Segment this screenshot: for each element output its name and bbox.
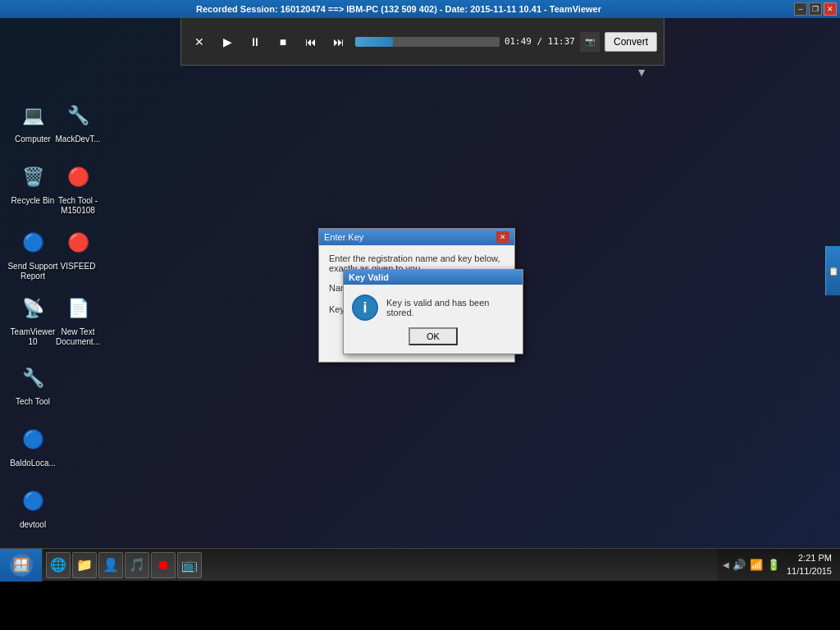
icon-label-newtextdoc: New Text Document... <box>52 327 103 347</box>
sidebar-icon: 📋 <box>829 266 838 276</box>
icon-label-techtool: Tech Tool - M150108 <box>52 196 103 216</box>
system-tray: ◀ 🔊 📶 🔋 2:21 PM 11/11/2015 <box>718 549 840 581</box>
icon-label-visfeed: VISFEED <box>61 262 96 272</box>
record-icon: ⏺ <box>157 558 170 573</box>
taskbar: 🪟 🌐 📁 👤 🎵 ⏺ 📺 ◀ 🔊 📶 <box>0 548 840 581</box>
restore-button[interactable]: ❐ <box>809 2 822 16</box>
icon-label-recycle: Recycle Bin <box>11 196 55 206</box>
clock-date: 11/11/2015 <box>787 565 832 578</box>
explorer-icon: 📁 <box>76 557 93 573</box>
key-valid-title-text: Key Valid <box>349 272 389 282</box>
icon-image-computer: 💻 <box>16 99 49 132</box>
icon-label-mackdev: MackDevT... <box>55 135 100 144</box>
desktop-icon-newtextdoc[interactable]: 📄 New Text Document... <box>49 289 107 350</box>
enter-key-title: Enter Key <box>324 232 363 242</box>
system-clock: 2:21 PM 11/11/2015 <box>783 552 835 578</box>
taskbar-explorer[interactable]: 📁 <box>72 552 97 578</box>
tray-network[interactable]: 📶 <box>749 558 764 573</box>
desktop-icon-mackdev[interactable]: 🔧 MackDevT... <box>49 96 107 148</box>
enter-key-title-bar: Enter Key ✕ <box>319 229 514 245</box>
stop2-button[interactable]: ■ <box>272 30 294 53</box>
icon-image-baldoloca: 🔵 <box>16 423 49 456</box>
camera-icon: 📷 <box>585 37 595 46</box>
sidebar-widget[interactable]: 📋 <box>825 246 840 295</box>
desktop-icon-visfeed[interactable]: 🔴 VISFEED <box>49 223 107 275</box>
user-icon: 👤 <box>103 557 119 573</box>
icon-image-devtool: 🔵 <box>16 485 49 518</box>
progress-bar[interactable] <box>355 37 500 47</box>
key-valid-title-bar: Key Valid <box>344 270 523 285</box>
icon-label-baldoloca: BaldoLoca... <box>10 459 56 468</box>
taskbar-ie[interactable]: 🌐 <box>46 552 71 578</box>
taskbar-items: 🌐 📁 👤 🎵 ⏺ 📺 <box>43 549 718 581</box>
tray-arrow[interactable]: ◀ <box>723 560 729 569</box>
start-button[interactable]: 🪟 <box>0 549 43 582</box>
title-bar-text: Recorded Session: 160120474 ==> IBM-PC (… <box>3 4 794 14</box>
taskbar-app[interactable]: 📺 <box>177 552 202 578</box>
icon-label-devtool: devtool <box>20 520 46 530</box>
taskbar-media[interactable]: 🎵 <box>125 552 149 578</box>
enter-key-close-button[interactable]: ✕ <box>496 231 509 243</box>
title-bar: Recorded Session: 160120474 ==> IBM-PC (… <box>0 0 840 18</box>
app-icon: 📺 <box>181 557 198 573</box>
info-icon: i <box>352 294 378 321</box>
key-valid-dialog: Key Valid i Key is valid and has been st… <box>343 269 523 354</box>
icon-label-computer: Computer <box>15 135 51 144</box>
tray-battery[interactable]: 🔋 <box>766 558 781 573</box>
key-valid-message: Key is valid and has been stored. <box>386 294 514 317</box>
key-valid-ok-area: OK <box>344 327 523 354</box>
icon-image-techtool2: 🔧 <box>16 362 49 395</box>
icon-image-newtextdoc: 📄 <box>62 292 94 325</box>
icon-image-teamviewer: 📡 <box>16 292 49 325</box>
desktop-icon-techtool2[interactable]: 🔧 Tech Tool <box>4 358 62 410</box>
taskbar-user[interactable]: 👤 <box>98 552 123 578</box>
icon-image-recycle: 🗑️ <box>16 161 49 194</box>
icon-label-techtool2: Tech Tool <box>16 397 50 407</box>
clock-time: 2:21 PM <box>787 552 832 564</box>
icon-image-visfeed: 🔴 <box>62 226 94 259</box>
start-icon: 🪟 <box>10 554 33 577</box>
collapse-arrow[interactable]: ▼ <box>636 66 647 79</box>
pause-button[interactable]: ⏸ <box>244 30 267 53</box>
forward-button[interactable]: ⏭ <box>327 30 350 53</box>
convert-button[interactable]: Convert <box>605 32 657 52</box>
progress-bar-fill <box>355 37 393 47</box>
desktop-icon-techtool[interactable]: 🔴 Tech Tool - M150108 <box>49 158 107 219</box>
key-valid-ok-button[interactable]: OK <box>409 327 458 345</box>
media-bar: ✕ ▶ ⏸ ■ ⏮ ⏭ 01:49 / 11:37 📷 Convert ▼ <box>180 18 664 66</box>
media-icon: 🎵 <box>129 557 145 573</box>
desktop-icon-devtool[interactable]: 🔵 devtool <box>4 482 62 533</box>
tray-volume[interactable]: 🔊 <box>732 558 746 573</box>
rewind-button[interactable]: ⏮ <box>299 30 322 53</box>
time-display: 01:49 / 11:37 <box>504 36 575 47</box>
desktop-icon-baldoloca[interactable]: 🔵 BaldoLoca... <box>4 420 62 472</box>
icon-image-mackdev: 🔧 <box>62 99 94 132</box>
title-bar-controls: – ❐ ✕ <box>794 2 837 16</box>
ie-icon: 🌐 <box>50 557 66 573</box>
key-valid-body: i Key is valid and has been stored. <box>344 285 523 327</box>
convert-label: Convert <box>614 36 648 48</box>
icon-image-sendsupport: 🔵 <box>16 226 49 259</box>
taskbar-record[interactable]: ⏺ <box>151 552 176 578</box>
close-button[interactable]: ✕ <box>824 2 837 16</box>
minimize-button[interactable]: – <box>794 2 807 16</box>
icon-image-techtool: 🔴 <box>62 161 94 194</box>
stop-button[interactable]: ✕ <box>188 30 211 53</box>
play-button[interactable]: ▶ <box>216 30 239 53</box>
